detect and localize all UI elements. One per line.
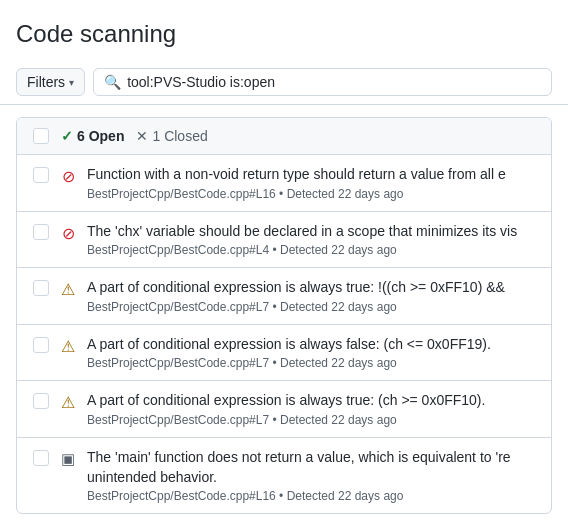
item-meta: BestProjectCpp/BestCode.cpp#L7 • Detecte…: [87, 413, 535, 427]
item-checkbox[interactable]: [33, 450, 49, 466]
list-item: ▣ The 'main' function does not return a …: [17, 438, 551, 513]
chevron-down-icon: ▾: [69, 77, 74, 88]
issues-list-container: ✓ 6 Open ✕ 1 Closed ⊘ Function with a no…: [16, 117, 552, 514]
warning-icon: ⚠: [59, 337, 77, 356]
filters-label: Filters: [27, 74, 65, 90]
tab-group: ✓ 6 Open ✕ 1 Closed: [61, 128, 208, 144]
item-title[interactable]: A part of conditional expression is alwa…: [87, 391, 535, 411]
item-content: The 'chx' variable should be declared in…: [87, 222, 535, 258]
item-content: A part of conditional expression is alwa…: [87, 391, 535, 427]
item-checkbox[interactable]: [33, 280, 49, 296]
item-content: A part of conditional expression is alwa…: [87, 278, 535, 314]
error-icon: ⊘: [59, 224, 77, 243]
toolbar: Filters ▾ 🔍: [0, 60, 568, 105]
list-item: ⚠ A part of conditional expression is al…: [17, 325, 551, 382]
item-meta: BestProjectCpp/BestCode.cpp#L16 • Detect…: [87, 187, 535, 201]
item-checkbox[interactable]: [33, 167, 49, 183]
item-meta: BestProjectCpp/BestCode.cpp#L4 • Detecte…: [87, 243, 535, 257]
open-count: 6 Open: [77, 128, 124, 144]
item-title[interactable]: Function with a non-void return type sho…: [87, 165, 535, 185]
x-icon: ✕: [136, 128, 148, 144]
warning-icon: ⚠: [59, 393, 77, 412]
item-title[interactable]: The 'main' function does not return a va…: [87, 448, 535, 487]
item-meta: BestProjectCpp/BestCode.cpp#L7 • Detecte…: [87, 300, 535, 314]
check-icon: ✓: [61, 128, 73, 144]
search-icon: 🔍: [104, 74, 121, 90]
item-title[interactable]: The 'chx' variable should be declared in…: [87, 222, 535, 242]
item-meta: BestProjectCpp/BestCode.cpp#L7 • Detecte…: [87, 356, 535, 370]
closed-count: 1 Closed: [152, 128, 207, 144]
list-item: ⚠ A part of conditional expression is al…: [17, 381, 551, 438]
item-checkbox[interactable]: [33, 337, 49, 353]
page-title: Code scanning: [16, 20, 552, 48]
search-bar: 🔍: [93, 68, 552, 96]
item-title[interactable]: A part of conditional expression is alwa…: [87, 335, 535, 355]
item-meta: BestProjectCpp/BestCode.cpp#L16 • Detect…: [87, 489, 535, 503]
item-content: Function with a non-void return type sho…: [87, 165, 535, 201]
page-header: Code scanning: [0, 0, 568, 60]
warning-icon: ⚠: [59, 280, 77, 299]
select-all-checkbox[interactable]: [33, 128, 49, 144]
list-item: ⚠ A part of conditional expression is al…: [17, 268, 551, 325]
list-header: ✓ 6 Open ✕ 1 Closed: [17, 118, 551, 155]
item-content: A part of conditional expression is alwa…: [87, 335, 535, 371]
search-input[interactable]: [127, 74, 541, 90]
error-icon: ⊘: [59, 167, 77, 186]
item-checkbox[interactable]: [33, 393, 49, 409]
filters-button[interactable]: Filters ▾: [16, 68, 85, 96]
item-checkbox[interactable]: [33, 224, 49, 240]
list-item: ⊘ Function with a non-void return type s…: [17, 155, 551, 212]
tab-closed[interactable]: ✕ 1 Closed: [136, 128, 207, 144]
note-icon: ▣: [59, 450, 77, 468]
tab-open[interactable]: ✓ 6 Open: [61, 128, 124, 144]
item-title[interactable]: A part of conditional expression is alwa…: [87, 278, 535, 298]
list-item: ⊘ The 'chx' variable should be declared …: [17, 212, 551, 269]
item-content: The 'main' function does not return a va…: [87, 448, 535, 503]
